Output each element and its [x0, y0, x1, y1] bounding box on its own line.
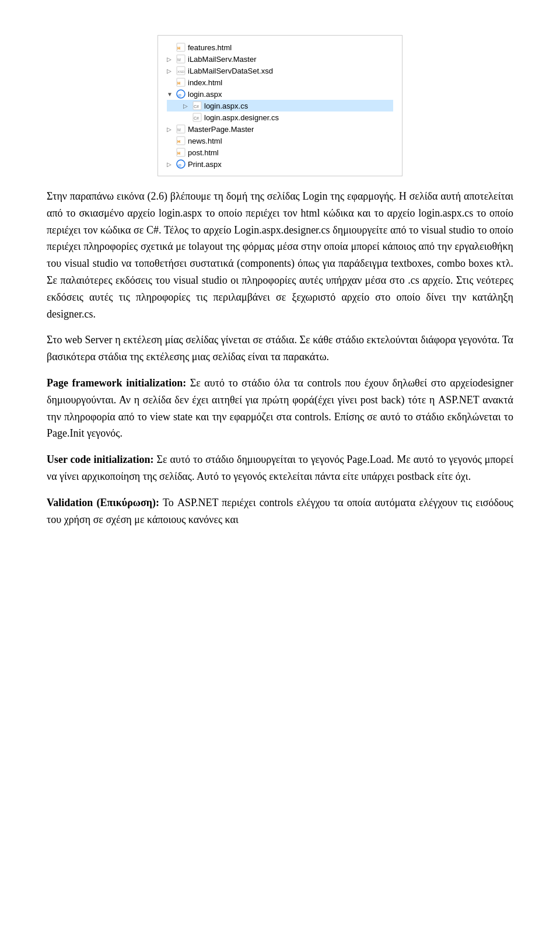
file-tree-item: Hnews.html [167, 135, 393, 147]
file-tree-item: Hfeatures.html [167, 41, 393, 53]
svg-text:H: H [177, 46, 180, 50]
paragraph-4: User code initialization: Σε αυτό το στά… [47, 451, 513, 485]
main-content: Στην παραπάνω εικόνα (2.6) βλέπουμε τη δ… [47, 188, 513, 528]
svg-text:M: M [177, 128, 181, 132]
file-tree: Hfeatures.html▷MiLabMailServ.Master▷XSDi… [158, 35, 402, 176]
file-tree-item: ▷XSDiLabMailServDataSet.xsd [167, 65, 393, 76]
file-tree-item: ▷C#login.aspx.cs [167, 100, 393, 111]
file-tree-item: Hindex.html [167, 76, 393, 88]
svg-text:M: M [177, 58, 181, 62]
paragraph-1: Στην παραπάνω εικόνα (2.6) βλέπουμε τη δ… [47, 188, 513, 322]
svg-text:XSD: XSD [177, 70, 185, 74]
svg-text:@: @ [178, 163, 181, 167]
paragraph-2: Στο web Server η εκτέλεση μίας σελίδας γ… [47, 332, 513, 365]
file-tree-item: ▷MiLabMailServ.Master [167, 53, 393, 65]
svg-text:C#: C# [194, 104, 199, 109]
file-tree-item: C#login.aspx.designer.cs [167, 111, 393, 123]
file-tree-item: ▷@Print.aspx [167, 158, 393, 170]
paragraph-3: Page framework initialization: Σε αυτό τ… [47, 375, 513, 442]
svg-text:@: @ [178, 93, 181, 97]
file-tree-item: ▼@login.aspx [167, 88, 393, 100]
svg-text:C#: C# [194, 116, 199, 120]
file-tree-item: ▷MMasterPage.Master [167, 123, 393, 135]
svg-text:H: H [177, 151, 180, 155]
svg-text:H: H [177, 81, 180, 85]
paragraph-5: Validation (Επικύρωση): Το ASP.NET περιέ… [47, 494, 513, 528]
svg-text:H: H [177, 140, 180, 144]
file-tree-item: Hpost.html [167, 147, 393, 158]
